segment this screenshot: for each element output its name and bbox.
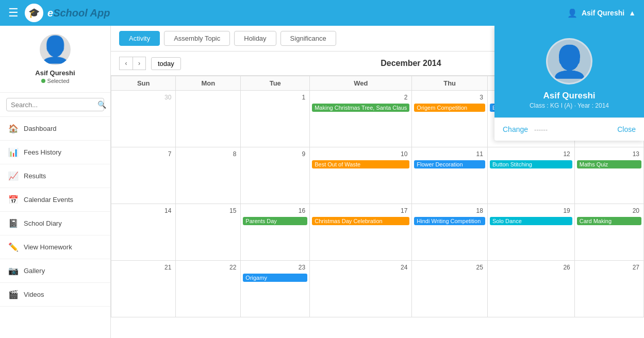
sidebar-item-gallery[interactable]: 📷 Gallery xyxy=(0,259,110,283)
sidebar-status-text: Selected xyxy=(47,78,70,84)
calendar-event[interactable]: Making Christmas Tree, Santa Claus xyxy=(312,104,409,112)
sidebar-item-view-homework[interactable]: ✏️ View Homework xyxy=(0,235,110,259)
popup-close-button[interactable]: Close xyxy=(617,125,636,133)
calendar-day-cell[interactable]: 17Christmas Day Celebration xyxy=(310,204,412,261)
gallery-icon: 📷 xyxy=(8,266,19,276)
calendar-day-cell[interactable]: 15 xyxy=(176,204,241,261)
sidebar-item-videos[interactable]: 🎬 Videos xyxy=(0,283,110,307)
logo-icon: 🎓 xyxy=(25,4,43,22)
sidebar-item-label: School Diary xyxy=(24,219,62,227)
calendar-event[interactable]: Solo Dance xyxy=(490,217,572,225)
header-user[interactable]: 👤 Asif Qureshi ▲ xyxy=(567,8,636,18)
popup-avatar: 👤 xyxy=(546,38,592,84)
calendar-day-number: 9 xyxy=(243,149,307,159)
day-header-wed: Wed xyxy=(310,76,412,91)
cal-next-button[interactable]: › xyxy=(133,57,146,70)
calendar-day-number: 20 xyxy=(577,206,641,215)
calendar-day-number: 25 xyxy=(414,263,485,272)
status-dot xyxy=(41,79,45,83)
sidebar-item-calendar-events[interactable]: 📅 Calendar Events xyxy=(0,188,110,212)
calendar-day-number: 8 xyxy=(178,149,238,159)
calendar-day-cell[interactable]: 11Flower Decoration xyxy=(412,147,488,204)
calendar-day-number: 19 xyxy=(490,206,572,215)
videos-icon: 🎬 xyxy=(8,290,19,299)
results-icon: 📈 xyxy=(8,171,19,181)
calendar-day-number: 30 xyxy=(113,93,173,102)
fees-history-icon: 📊 xyxy=(8,147,19,157)
calendar-day-number: 17 xyxy=(312,206,409,215)
day-header-thu: Thu xyxy=(412,76,488,91)
calendar-event[interactable]: Hindi Writing Competition xyxy=(414,217,485,225)
calendar-day-cell[interactable] xyxy=(176,91,241,147)
today-button[interactable]: today xyxy=(151,57,181,70)
sidebar-item-results[interactable]: 📈 Results xyxy=(0,164,110,188)
calendar-event[interactable]: Parents Day xyxy=(243,217,307,225)
tab-holiday[interactable]: Holiday xyxy=(234,31,276,46)
calendar-day-cell[interactable]: 14 xyxy=(111,204,176,261)
calendar-day-number: 12 xyxy=(490,149,572,159)
calendar-day-cell[interactable]: 22 xyxy=(176,261,241,317)
calendar-day-number: 27 xyxy=(577,263,641,272)
search-input[interactable] xyxy=(11,101,97,109)
hamburger-menu[interactable]: ☰ xyxy=(8,6,19,20)
calendar-day-number: 2 xyxy=(312,93,409,102)
calendar-day-cell[interactable]: 19Solo Dance xyxy=(487,204,574,261)
calendar-event[interactable]: Maths Quiz xyxy=(577,160,641,168)
search-icon: 🔍 xyxy=(97,100,106,109)
calendar-events-icon: 📅 xyxy=(8,195,19,205)
calendar-day-number: 16 xyxy=(243,206,307,215)
calendar-day-cell[interactable]: 23Origamy xyxy=(241,261,310,317)
calendar-event[interactable]: Christmas Day Celebration xyxy=(312,217,409,225)
header-user-name: Asif Qureshi xyxy=(582,9,624,17)
tab-assembly-topic[interactable]: Assembly Topic xyxy=(164,31,230,46)
calendar-day-cell[interactable]: 21 xyxy=(111,261,176,317)
header-left: ☰ 🎓 eSchool App xyxy=(8,4,110,22)
calendar-day-cell[interactable]: 13Maths Quiz xyxy=(574,147,643,204)
calendar-day-cell[interactable]: 16Parents Day xyxy=(241,204,310,261)
sidebar-item-label: Calendar Events xyxy=(24,196,73,204)
calendar-day-cell[interactable]: 2Making Christmas Tree, Santa Claus xyxy=(310,91,412,147)
calendar-day-cell[interactable]: 7 xyxy=(111,147,176,204)
calendar-day-cell[interactable]: 24 xyxy=(310,261,412,317)
calendar-day-number: 24 xyxy=(312,263,409,272)
sidebar-item-dashboard[interactable]: 🏠 Dashboard xyxy=(0,117,110,141)
calendar-day-cell[interactable]: 27 xyxy=(574,261,643,317)
user-icon: 👤 xyxy=(567,8,577,18)
header-dropdown-icon: ▲ xyxy=(629,9,636,17)
calendar-day-cell[interactable]: 25 xyxy=(412,261,488,317)
view-homework-icon: ✏️ xyxy=(8,242,19,252)
calendar-event[interactable]: Card Making xyxy=(577,217,641,225)
calendar-day-number: 7 xyxy=(113,149,173,159)
sidebar-item-label: Fees History xyxy=(24,148,61,156)
calendar-event[interactable]: Origamy xyxy=(243,274,307,282)
popup-change-button[interactable]: Change xyxy=(503,125,528,133)
sidebar-item-fees-history[interactable]: 📊 Fees History xyxy=(0,141,110,164)
calendar-day-cell[interactable]: 3Origem Competition xyxy=(412,91,488,147)
calendar-day-cell[interactable]: 9 xyxy=(241,147,310,204)
search-box[interactable]: 🔍 xyxy=(6,98,104,111)
content-area: Activity Assembly Topic Holiday Signific… xyxy=(111,26,644,338)
calendar-day-number: 14 xyxy=(113,206,173,215)
sidebar-item-school-diary[interactable]: 📓 School Diary xyxy=(0,212,110,235)
calendar-event[interactable]: Best Out of Waste xyxy=(312,160,409,168)
calendar-event[interactable]: Origem Competition xyxy=(414,104,485,112)
calendar-event[interactable]: Button Stitching xyxy=(490,160,572,168)
calendar-day-cell[interactable]: 12Button Stitching xyxy=(487,147,574,204)
calendar-day-cell[interactable]: 1 xyxy=(241,91,310,147)
calendar-day-cell[interactable]: 26 xyxy=(487,261,574,317)
sidebar: 👤 Asif Qureshi Selected 🔍 🏠 Dashboard 📊 … xyxy=(0,26,111,338)
calendar-event[interactable]: Flower Decoration xyxy=(414,160,485,168)
popup-user-class: Class : KG I (A) · Year : 2014 xyxy=(530,102,609,109)
calendar-day-cell[interactable]: 18Hindi Writing Competition xyxy=(412,204,488,261)
cal-prev-button[interactable]: ‹ xyxy=(119,57,133,70)
cal-nav-buttons: ‹ › xyxy=(119,57,146,70)
popup-divider: ------ xyxy=(534,126,548,133)
calendar-day-cell[interactable]: 20Card Making xyxy=(574,204,643,261)
header: ☰ 🎓 eSchool App 👤 Asif Qureshi ▲ xyxy=(0,0,644,26)
tab-significance[interactable]: Significance xyxy=(280,31,336,46)
calendar-day-cell[interactable]: 8 xyxy=(176,147,241,204)
calendar-day-number: 22 xyxy=(178,263,238,272)
calendar-day-cell[interactable]: 30 xyxy=(111,91,176,147)
tab-activity[interactable]: Activity xyxy=(119,31,160,46)
calendar-day-cell[interactable]: 10Best Out of Waste xyxy=(310,147,412,204)
